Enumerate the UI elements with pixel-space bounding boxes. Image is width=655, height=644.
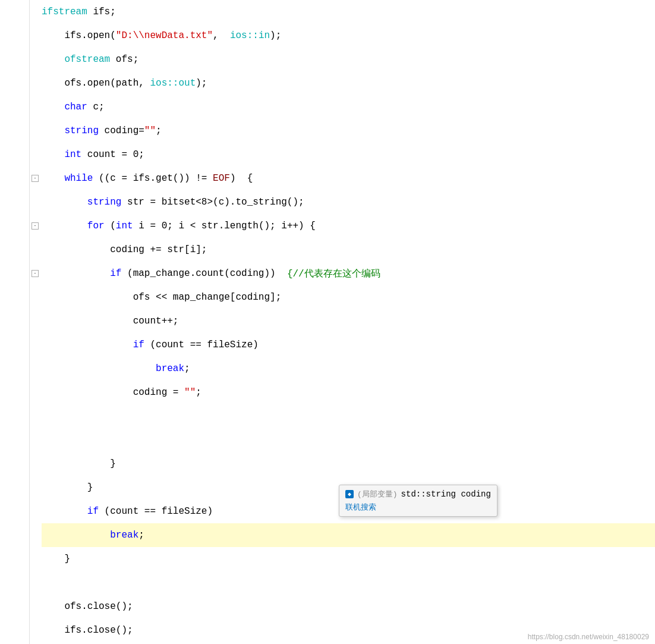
code-line-20: }	[42, 452, 655, 476]
code-token: EOF	[213, 173, 230, 184]
code-token: (map_change.count(coding))	[121, 268, 286, 279]
code-token: (count == fileSize)	[99, 506, 213, 517]
code-line-13: ofs << map_change[coding];	[42, 285, 655, 309]
code-line-3: ofstream ofs;	[42, 48, 655, 71]
line-num-6	[0, 119, 29, 143]
line-num-18	[0, 404, 29, 428]
code-token: coding =	[42, 387, 184, 398]
code-token: coding=	[99, 125, 144, 136]
code-token: ;	[184, 363, 190, 374]
line-numbers	[0, 0, 30, 644]
code-line-4: ofs.open(path, ios::out);	[42, 71, 655, 95]
line-num-10	[0, 214, 29, 238]
code-token: int	[116, 221, 133, 231]
line-num-19	[0, 428, 29, 452]
code-token: ofs;	[110, 54, 138, 65]
code-token: ""	[144, 125, 156, 136]
code-area: ifstream ifs; ifs.open("D:\\newData.txt"…	[0, 0, 655, 644]
code-token: "D:\\newData.txt"	[116, 30, 213, 41]
code-line-10: for (int i = 0; i < str.length(); i++) {	[42, 214, 655, 238]
line-num-23	[0, 523, 29, 547]
line-num-17	[0, 381, 29, 404]
code-line-16: break;	[42, 357, 655, 381]
code-token: str = bitset<8>(c).to_string();	[121, 197, 304, 208]
code-token: );	[196, 78, 207, 89]
code-line-24: }	[42, 547, 655, 571]
code-token: c;	[87, 102, 105, 112]
code-token: char	[42, 102, 87, 112]
code-token	[42, 411, 48, 422]
fold-indicator-while[interactable]: -	[30, 167, 40, 190]
tooltip-label: (局部变量)	[357, 489, 398, 500]
line-num-13	[0, 285, 29, 309]
line-num-21	[0, 476, 29, 500]
code-token: ofs << map_change[coding];	[42, 292, 281, 303]
code-token: ;	[196, 387, 201, 398]
code-token: ,	[213, 30, 230, 41]
code-line-9: string str = bitset<8>(c).to_string();	[42, 190, 655, 214]
code-line-5: char c;	[42, 95, 655, 119]
tooltip-popup: ◆ (局部变量) std::string coding 联机搜索	[339, 485, 497, 517]
code-token: ios::in	[230, 30, 270, 41]
code-token: ""	[184, 387, 196, 398]
line-num-5	[0, 95, 29, 119]
code-token: break	[42, 363, 184, 374]
line-num-26	[0, 595, 29, 618]
code-line-19	[42, 428, 655, 452]
line-num-4	[0, 71, 29, 95]
editor-container: ifstream ifs; ifs.open("D:\\newData.txt"…	[0, 0, 655, 644]
code-line-8: while ((c = ifs.get()) != EOF) {	[42, 167, 655, 190]
code-token: ifstream	[42, 7, 87, 17]
line-num-8	[0, 167, 29, 190]
code-line-25	[42, 571, 655, 595]
line-num-27	[0, 618, 29, 642]
line-num-9	[0, 190, 29, 214]
code-token	[42, 435, 48, 445]
code-line-17: coding = "";	[42, 381, 655, 404]
code-token: ;	[156, 125, 162, 136]
code-line-12: if (map_change.count(coding)) {//代表存在这个编…	[42, 262, 655, 285]
line-num-11	[0, 238, 29, 262]
line-num-12	[0, 262, 29, 285]
code-token: }	[42, 458, 116, 469]
code-token: while	[42, 173, 93, 184]
line-num-1	[0, 0, 29, 24]
code-line-6: string coding="";	[42, 119, 655, 143]
code-token: ((c = ifs.get()) !=	[93, 173, 213, 184]
code-token: (count == fileSize)	[144, 340, 259, 350]
code-content: ifstream ifs; ifs.open("D:\\newData.txt"…	[30, 0, 655, 644]
line-num-22	[0, 500, 29, 523]
code-token: ifs.open(	[42, 30, 116, 41]
code-token: ifs;	[87, 7, 116, 17]
tooltip-type-icon: ◆	[345, 490, 354, 498]
code-token: if	[42, 268, 121, 279]
fold-indicator-if[interactable]: -	[30, 262, 40, 285]
code-line-23: break;	[42, 523, 655, 547]
code-token: break	[42, 530, 138, 541]
code-token: );	[270, 30, 281, 41]
line-num-7	[0, 143, 29, 167]
code-line-18	[42, 404, 655, 428]
code-token: }	[42, 482, 93, 493]
code-line-7: int count = 0;	[42, 143, 655, 167]
code-token: ofs.open(path,	[42, 78, 150, 89]
fold-indicator-for[interactable]: -	[30, 214, 40, 238]
line-num-14	[0, 309, 29, 333]
code-line-11: coding += str[i];	[42, 238, 655, 262]
line-num-15	[0, 333, 29, 357]
code-token: string	[42, 197, 121, 208]
code-token: string	[42, 125, 99, 136]
code-token: int	[42, 149, 81, 160]
code-token: if	[42, 506, 99, 517]
code-token: ;	[138, 530, 144, 541]
code-token: ifs.close();	[42, 625, 133, 636]
code-token	[42, 577, 48, 588]
code-token: i = 0; i < str.length(); i++) {	[133, 221, 316, 231]
line-num-25	[0, 571, 29, 595]
code-line-14: count++;	[42, 309, 655, 333]
code-line-1: ifstream ifs;	[42, 0, 655, 24]
code-token: if	[42, 340, 144, 350]
tooltip-search-link[interactable]: 联机搜索	[345, 502, 491, 513]
code-token: ofs.close();	[42, 601, 133, 612]
line-num-3	[0, 48, 29, 71]
